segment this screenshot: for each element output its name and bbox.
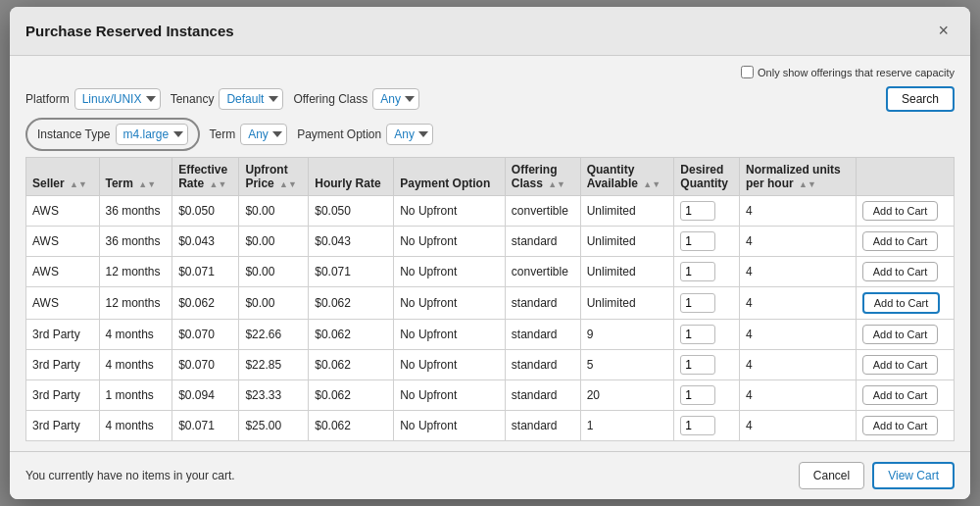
top-option-row: Only show offerings that reserve capacit… xyxy=(25,66,955,78)
cell-action: Add to Cart xyxy=(856,350,954,380)
add-to-cart-button[interactable]: Add to Cart xyxy=(862,262,939,281)
payment-option-filter-group: Payment Option Any xyxy=(297,124,433,145)
offering-class-label: Offering Class xyxy=(293,92,368,106)
cell-desired-qty[interactable] xyxy=(674,320,740,350)
effective-rate-sort-icon[interactable]: ▲▼ xyxy=(210,179,227,189)
cell-offering-class: standard xyxy=(505,320,580,350)
cell-payment-option: No Upfront xyxy=(394,350,506,380)
offering-class-select[interactable]: Any xyxy=(372,88,419,110)
table-row: AWS 36 months $0.043 $0.00 $0.043 No Upf… xyxy=(26,227,955,257)
cell-normalized-units: 4 xyxy=(740,196,857,227)
payment-option-select[interactable]: Any xyxy=(386,124,433,145)
cell-desired-qty[interactable] xyxy=(674,411,740,441)
cell-normalized-units: 4 xyxy=(740,257,857,287)
cell-normalized-units: 4 xyxy=(740,287,857,320)
upfront-price-sort-icon[interactable]: ▲▼ xyxy=(279,179,297,189)
qty-input[interactable] xyxy=(680,262,715,281)
instance-type-filter-group: Instance Type m4.large xyxy=(25,118,200,151)
cell-offering-class: convertible xyxy=(505,196,580,227)
cell-desired-qty[interactable] xyxy=(674,287,740,320)
add-to-cart-button[interactable]: Add to Cart xyxy=(862,325,939,344)
cell-qty-available: Unlimited xyxy=(580,196,674,227)
cell-upfront-price: $22.85 xyxy=(239,350,309,380)
cell-upfront-price: $0.00 xyxy=(239,257,309,287)
search-button[interactable]: Search xyxy=(886,86,955,112)
qty-input[interactable] xyxy=(680,416,715,435)
cell-effective-rate: $0.094 xyxy=(172,380,239,411)
cell-qty-available: Unlimited xyxy=(580,257,674,287)
cell-effective-rate: $0.071 xyxy=(172,257,239,287)
cart-status: You currently have no items in your cart… xyxy=(25,469,235,482)
cell-desired-qty[interactable] xyxy=(674,350,740,380)
seller-sort-icon[interactable]: ▲▼ xyxy=(70,179,87,189)
cell-normalized-units: 4 xyxy=(740,380,857,411)
cell-action: Add to Cart xyxy=(856,287,954,320)
add-to-cart-button[interactable]: Add to Cart xyxy=(862,416,939,435)
cell-effective-rate: $0.071 xyxy=(172,411,239,441)
add-to-cart-button[interactable]: Add to Cart xyxy=(862,231,939,251)
cell-term: 36 months xyxy=(99,196,172,227)
cell-payment-option: No Upfront xyxy=(394,380,506,411)
instance-type-select[interactable]: m4.large xyxy=(116,124,188,145)
platform-label: Platform xyxy=(25,92,70,106)
cell-upfront-price: $23.33 xyxy=(239,380,309,411)
col-normalized-units: Normalized unitsper hour ▲▼ xyxy=(740,158,857,196)
cell-term: 12 months xyxy=(99,257,172,287)
cell-upfront-price: $22.66 xyxy=(239,320,309,350)
term-sort-icon[interactable]: ▲▼ xyxy=(138,179,156,189)
cell-qty-available: 5 xyxy=(580,350,674,380)
col-hourly-rate: Hourly Rate xyxy=(309,158,394,196)
cell-hourly-rate: $0.043 xyxy=(309,227,394,257)
cell-payment-option: No Upfront xyxy=(394,196,506,227)
cell-offering-class: standard xyxy=(505,350,580,380)
view-cart-button[interactable]: View Cart xyxy=(872,462,955,489)
reserve-capacity-checkbox[interactable] xyxy=(741,66,754,78)
cell-desired-qty[interactable] xyxy=(674,257,740,287)
cell-hourly-rate: $0.062 xyxy=(309,287,394,320)
cell-offering-class: standard xyxy=(505,411,580,441)
cancel-button[interactable]: Cancel xyxy=(799,462,864,489)
filter-row-2: Instance Type m4.large Term Any Payment … xyxy=(25,118,955,151)
cell-normalized-units: 4 xyxy=(740,320,857,350)
qty-input[interactable] xyxy=(680,355,715,375)
qty-input[interactable] xyxy=(680,201,715,221)
cell-seller: AWS xyxy=(26,196,100,227)
cell-qty-available: 9 xyxy=(580,320,674,350)
cell-desired-qty[interactable] xyxy=(674,380,740,411)
instance-type-label: Instance Type xyxy=(37,127,111,141)
cell-action: Add to Cart xyxy=(856,257,954,287)
cell-action: Add to Cart xyxy=(856,411,954,441)
qty-input[interactable] xyxy=(680,325,715,344)
add-to-cart-button[interactable]: Add to Cart xyxy=(862,292,941,314)
term-select[interactable]: Any xyxy=(240,124,287,145)
cell-normalized-units: 4 xyxy=(740,350,857,380)
cell-effective-rate: $0.070 xyxy=(172,320,239,350)
normalized-sort-icon[interactable]: ▲▼ xyxy=(799,179,816,189)
cell-term: 4 months xyxy=(99,320,172,350)
qty-available-sort-icon[interactable]: ▲▼ xyxy=(643,179,661,189)
cell-desired-qty[interactable] xyxy=(674,227,740,257)
cell-term: 36 months xyxy=(99,227,172,257)
qty-input[interactable] xyxy=(680,385,715,405)
cell-desired-qty[interactable] xyxy=(674,196,740,227)
cell-effective-rate: $0.050 xyxy=(172,196,239,227)
cell-action: Add to Cart xyxy=(856,227,954,257)
close-button[interactable]: × xyxy=(932,19,955,43)
add-to-cart-button[interactable]: Add to Cart xyxy=(862,201,939,221)
offering-class-filter-group: Offering Class Any xyxy=(293,88,419,110)
cell-term: 1 months xyxy=(99,380,172,411)
platform-select[interactable]: Linux/UNIX xyxy=(74,88,161,110)
cell-payment-option: No Upfront xyxy=(394,227,506,257)
col-upfront-price: UpfrontPrice ▲▼ xyxy=(239,158,309,196)
add-to-cart-button[interactable]: Add to Cart xyxy=(862,355,939,375)
cell-offering-class: standard xyxy=(505,287,580,320)
cell-term: 4 months xyxy=(99,350,172,380)
add-to-cart-button[interactable]: Add to Cart xyxy=(862,385,939,405)
tenancy-select[interactable]: Default xyxy=(219,88,283,110)
tenancy-filter-group: Tenancy Default xyxy=(171,88,284,110)
offering-class-sort-icon[interactable]: ▲▼ xyxy=(548,179,565,189)
qty-input[interactable] xyxy=(680,293,715,313)
qty-input[interactable] xyxy=(680,231,715,251)
cell-seller: AWS xyxy=(26,227,100,257)
cell-effective-rate: $0.070 xyxy=(172,350,239,380)
